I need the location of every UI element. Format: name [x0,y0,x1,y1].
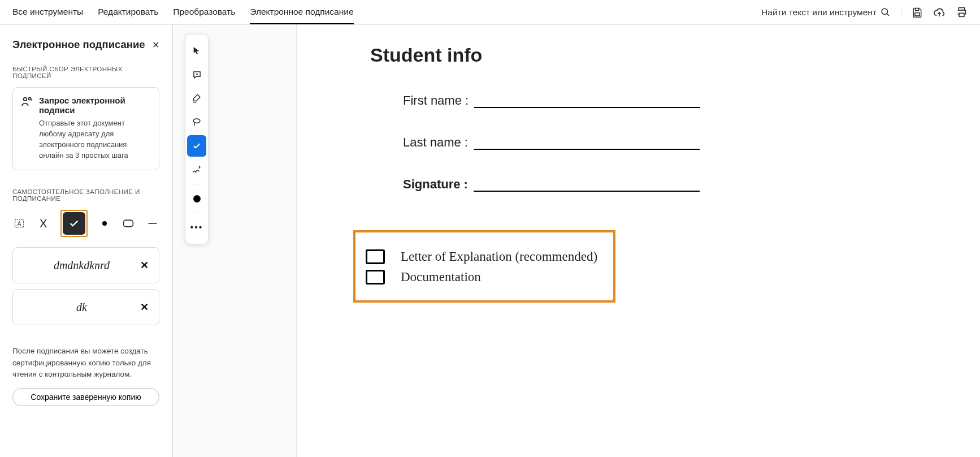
svg-rect-2 [915,12,920,15]
top-tabs: Все инструменты Редактировать Преобразов… [12,0,354,24]
request-signature-card[interactable]: Запрос электронной подписи Отправьте это… [12,87,159,170]
cross-tool[interactable]: X [36,215,50,231]
dot-tool[interactable] [98,215,111,231]
more-tools-icon[interactable]: ••• [187,217,206,238]
saved-signature-2[interactable]: dk ✕ [12,289,159,325]
text-box-tool[interactable]: A [12,215,26,231]
close-sidebar-icon[interactable]: ✕ [152,40,159,50]
tab-all-tools[interactable]: Все инструменты [12,0,83,24]
top-right-controls: Найти текст или инструмент [761,6,968,19]
checkmark-tool-selected-highlight [60,210,88,237]
signature-1-text: dmdnkdknrd [23,259,140,272]
cloud-upload-icon[interactable] [933,6,946,19]
checkbox-row-documentation: Documentation [366,270,597,284]
divider [901,7,901,18]
first-name-line[interactable] [474,107,700,108]
certified-copy-note: После подписания вы можете создать серти… [12,346,159,380]
checkbox-highlight-block: Letter of Explanation (recommended) Docu… [353,230,615,303]
tab-esign[interactable]: Электронное подписание [250,0,353,24]
checkbox-row-letter: Letter of Explanation (recommended) [366,249,597,264]
checkbox-documentation-label: Documentation [401,270,481,284]
signature-line[interactable] [474,191,700,192]
svg-point-5 [24,98,27,101]
first-name-field: First name : [403,93,946,108]
floating-toolbar: ••• [185,34,209,244]
svg-text:A: A [18,221,21,227]
highlight-tool-icon[interactable] [187,88,206,109]
sidebar-title: Электронное подписание [12,38,145,51]
section-self-label: САМОСТОЯТЕЛЬНОЕ ЗАПОЛНЕНИЕ И ПОДПИСАНИЕ [12,188,159,202]
svg-point-6 [28,97,31,100]
signature-label: Signature : [403,177,468,192]
request-signature-icon [21,96,33,161]
signature-2-text: dk [23,301,140,314]
save-certified-copy-button[interactable]: Сохраните заверенную копию [12,388,159,406]
draw-signature-tool-icon[interactable] [187,159,206,180]
request-signature-title: Запрос электронной подписи [39,96,151,115]
document-canvas[interactable]: Student info First name : Last name : Si… [297,25,980,457]
svg-line-1 [887,14,889,16]
rounded-rect-tool[interactable] [122,215,135,231]
request-signature-desc: Отправьте этот документ любому адресату … [39,118,151,161]
section-collect-label: БЫСТРЫЙ СБОР ЭЛЕКТРОННЫХ ПОДПИСЕЙ [12,66,159,79]
checkbox-documentation[interactable] [366,270,385,284]
checkbox-letter[interactable] [366,249,385,264]
svg-point-14 [193,119,200,123]
svg-rect-4 [959,13,964,16]
search-icon[interactable] [880,7,891,18]
document-heading: Student info [370,44,946,66]
remove-signature-1-icon[interactable]: ✕ [140,259,149,271]
fill-sign-tool-icon[interactable] [187,135,206,157]
annotation-tools: A X [12,210,159,237]
color-picker-icon[interactable] [187,188,206,209]
remove-signature-2-icon[interactable]: ✕ [140,301,149,313]
saved-signature-1[interactable]: dmdnkdknrd ✕ [12,247,159,283]
checkmark-tool[interactable] [63,212,85,235]
pointer-tool-icon[interactable] [187,40,206,62]
svg-point-0 [882,8,887,14]
svg-rect-9 [124,221,133,227]
line-tool[interactable] [146,215,159,231]
print-icon[interactable] [956,6,968,18]
save-icon[interactable] [912,7,923,18]
search-placeholder-label: Найти текст или инструмент [761,7,877,18]
last-name-line[interactable] [474,149,700,150]
document-area: ••• Student info First name : Last name … [172,25,980,457]
esign-sidebar: Электронное подписание ✕ БЫСТРЫЙ СБОР ЭЛ… [0,25,172,457]
top-toolbar: Все инструменты Редактировать Преобразов… [0,0,980,25]
last-name-label: Last name : [403,135,468,150]
first-name-label: First name : [403,93,469,108]
tab-edit[interactable]: Редактировать [98,0,158,24]
signature-field: Signature : [403,177,946,192]
last-name-field: Last name : [403,135,946,150]
search-area[interactable]: Найти текст или инструмент [761,7,891,18]
lasso-tool-icon[interactable] [187,111,206,133]
checkbox-letter-label: Letter of Explanation (recommended) [401,249,597,264]
comment-tool-icon[interactable] [187,64,206,85]
tab-convert[interactable]: Преобразовать [173,0,235,24]
